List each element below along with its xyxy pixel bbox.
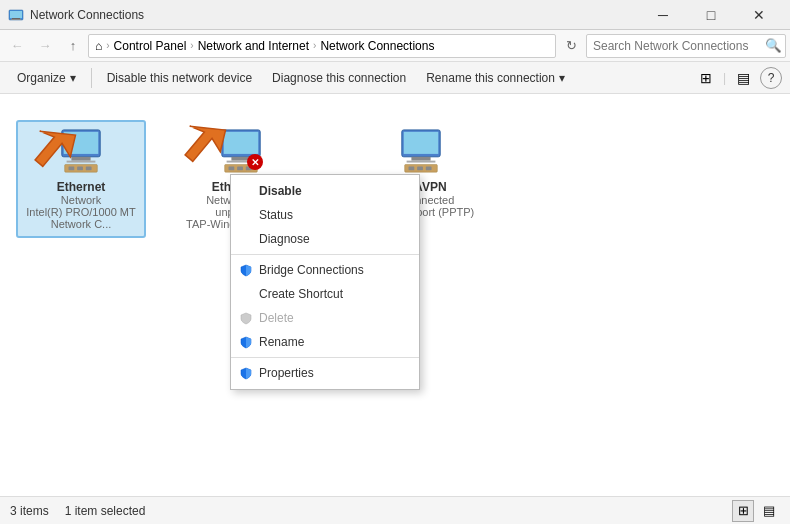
search-icon-button[interactable]: 🔍 xyxy=(761,34,785,58)
svg-rect-9 xyxy=(67,161,96,163)
svg-rect-1 xyxy=(10,11,22,18)
window-controls: ─ □ ✕ xyxy=(640,0,782,30)
ethernet-sub2: Intel(R) PRO/1000 MT Network C... xyxy=(24,206,138,230)
rename-connection-button[interactable]: Rename this connection ▾ xyxy=(417,65,574,91)
ctx-sep-1 xyxy=(231,254,419,255)
svg-rect-20 xyxy=(237,166,243,170)
svg-rect-27 xyxy=(409,166,415,170)
disable-device-button[interactable]: Disable this network device xyxy=(98,65,261,91)
status-bar-right: ⊞ ▤ xyxy=(732,500,780,522)
breadcrumb-network-connections[interactable]: Network Connections xyxy=(320,39,434,53)
ethernet-name: Ethernet xyxy=(57,180,106,194)
ctx-properties[interactable]: Properties xyxy=(231,361,419,385)
hmavpn-icon xyxy=(397,128,445,176)
up-button[interactable]: ↑ xyxy=(60,33,86,59)
svg-rect-23 xyxy=(404,132,439,154)
toolbar-separator-1 xyxy=(91,68,92,88)
window-title: Network Connections xyxy=(30,8,640,22)
status-large-icons-btn[interactable]: ⊞ xyxy=(732,500,754,522)
shield-icon-delete xyxy=(239,311,253,325)
ctx-disable[interactable]: Disable xyxy=(231,179,419,203)
shield-icon-bridge xyxy=(239,263,253,277)
ethernet-sub1: Network xyxy=(61,194,101,206)
address-bar: ← → ↑ ⌂ › Control Panel › Network and In… xyxy=(0,30,790,62)
breadcrumb-home: ⌂ xyxy=(95,39,102,53)
svg-rect-25 xyxy=(407,161,436,163)
refresh-button[interactable]: ↻ xyxy=(558,33,584,59)
organize-button[interactable]: Organize ▾ xyxy=(8,65,85,91)
search-box[interactable]: 🔍 xyxy=(586,34,786,58)
svg-rect-2 xyxy=(12,18,20,19)
error-badge: ✕ xyxy=(247,154,263,170)
ethernet-icon xyxy=(57,128,105,176)
diagnose-connection-button[interactable]: Diagnose this connection xyxy=(263,65,415,91)
svg-rect-13 xyxy=(86,166,92,170)
svg-rect-29 xyxy=(426,166,432,170)
ctx-delete[interactable]: Delete xyxy=(231,306,419,330)
svg-rect-8 xyxy=(71,157,90,161)
breadcrumb-network-internet[interactable]: Network and Internet xyxy=(198,39,309,53)
context-menu: Disable Status Diagnose Bridge Connectio xyxy=(230,174,420,390)
main-panel: Ethernet Network Intel(R) PRO/1000 MT Ne… xyxy=(0,94,790,496)
items-count: 3 items xyxy=(10,504,49,518)
maximize-button[interactable]: □ xyxy=(688,0,734,30)
ctx-bridge-connections[interactable]: Bridge Connections xyxy=(231,258,419,282)
search-input[interactable] xyxy=(587,39,761,53)
svg-rect-12 xyxy=(77,166,83,170)
status-bar: 3 items 1 item selected ⊞ ▤ xyxy=(0,496,790,524)
ctx-create-shortcut[interactable]: Create Shortcut xyxy=(231,282,419,306)
status-details-btn[interactable]: ▤ xyxy=(758,500,780,522)
back-button[interactable]: ← xyxy=(4,33,30,59)
ctx-status[interactable]: Status xyxy=(231,203,419,227)
svg-rect-19 xyxy=(229,166,235,170)
ctx-diagnose[interactable]: Diagnose xyxy=(231,227,419,251)
window-icon xyxy=(8,7,24,23)
help-button[interactable]: ? xyxy=(760,67,782,89)
title-bar: Network Connections ─ □ ✕ xyxy=(0,0,790,30)
network-item-ethernet[interactable]: Ethernet Network Intel(R) PRO/1000 MT Ne… xyxy=(16,120,146,238)
svg-rect-11 xyxy=(69,166,75,170)
toolbar-right: ⊞ | ▤ ? xyxy=(693,65,782,91)
svg-rect-7 xyxy=(64,132,99,154)
minimize-button[interactable]: ─ xyxy=(640,0,686,30)
shield-icon-rename xyxy=(239,335,253,349)
svg-rect-3 xyxy=(11,19,21,20)
selected-count: 1 item selected xyxy=(65,504,146,518)
shield-icon-properties xyxy=(239,366,253,380)
ctx-rename[interactable]: Rename xyxy=(231,330,419,354)
svg-rect-28 xyxy=(417,166,423,170)
ctx-sep-2 xyxy=(231,357,419,358)
ethernet2-icon: ✕ xyxy=(217,128,265,176)
breadcrumb[interactable]: ⌂ › Control Panel › Network and Internet… xyxy=(88,34,556,58)
forward-button[interactable]: → xyxy=(32,33,58,59)
view-button-2[interactable]: ▤ xyxy=(730,65,756,91)
svg-rect-24 xyxy=(411,157,430,161)
toolbar: Organize ▾ Disable this network device D… xyxy=(0,62,790,94)
content-area: Ethernet Network Intel(R) PRO/1000 MT Ne… xyxy=(0,94,790,496)
svg-rect-15 xyxy=(224,132,259,154)
close-button[interactable]: ✕ xyxy=(736,0,782,30)
breadcrumb-control-panel[interactable]: Control Panel xyxy=(114,39,187,53)
view-button-1[interactable]: ⊞ xyxy=(693,65,719,91)
